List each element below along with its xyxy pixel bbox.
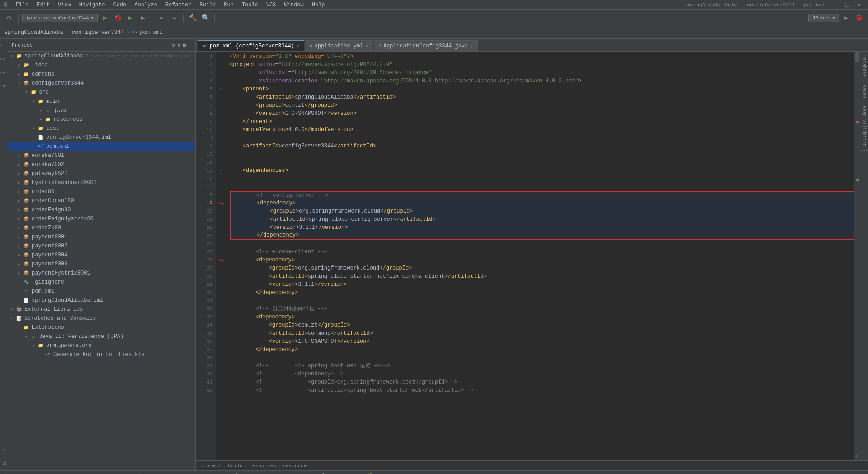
profile-button[interactable]: ▶ xyxy=(137,13,148,24)
menu-build[interactable]: Build xyxy=(196,1,219,9)
sidebar-item-hystrix[interactable]: ▸ 📦 hystrixDashboard9001 xyxy=(8,178,195,187)
run-button[interactable]: ▶ xyxy=(99,13,110,24)
sidebar-item-gateway[interactable]: ▸ 📦 gateway9527 xyxy=(8,169,195,178)
sidebar-item-orderconsul[interactable]: ▸ 📦 orderConsul80 xyxy=(8,196,195,205)
sidebar-item-orderfeign[interactable]: ▸ 📦 orderFeign80 xyxy=(8,205,195,214)
left-icon-project[interactable]: Pro xyxy=(0,39,8,52)
tab-pom-close[interactable]: ✕ xyxy=(297,43,299,49)
left-icon-structure[interactable]: Str xyxy=(0,66,8,80)
breadcrumb-module[interactable]: configServer3344 xyxy=(72,29,124,36)
sidebar-label-payment8001: payment8001 xyxy=(32,234,67,240)
left-icon-jrebel[interactable]: J xyxy=(0,443,8,457)
menu-help[interactable]: Help xyxy=(308,1,329,9)
sidebar-item-commons[interactable]: ▸ 📁 commons xyxy=(8,70,195,79)
tab-application[interactable]: ⚙ application.yml ✕ xyxy=(305,40,373,51)
code-editor[interactable]: 1 2 3 4 5 6 7 8 9 10 11 12 13 14 15 16 1… xyxy=(196,52,868,460)
sidebar-item-root-iml[interactable]: ▸ 📄 springCloudAlibaba.iml xyxy=(8,296,195,305)
right-panel-database[interactable]: Database xyxy=(860,52,868,81)
sidebar-item-iml[interactable]: ▸ 📄 configServer3344.iml xyxy=(8,133,195,142)
sidebar-collapse-icon[interactable]: — xyxy=(189,42,192,48)
tab-pom[interactable]: m/ pom.xml (configServer3344) ✕ xyxy=(198,40,304,51)
sidebar-item-paymenthystrix[interactable]: ▸ 📦 paymentHystrix8001 xyxy=(8,269,195,278)
sidebar-item-payment8004[interactable]: ▸ 📦 payment8004 xyxy=(8,251,195,260)
coverage-button[interactable]: ▶ xyxy=(125,13,136,24)
sidebar-item-idea[interactable]: ▸ 📂 .idea xyxy=(8,61,195,70)
sidebar-item-gitignore[interactable]: ▸ 🔧 .gitignore xyxy=(8,278,195,287)
sidebar-item-kotlinentities[interactable]: ▸ Kt Generate Kotlin Entities.kts xyxy=(8,350,195,359)
close-button[interactable]: ✕ xyxy=(854,0,864,10)
sidebar-item-ormgenerators[interactable]: ▾ 📁 orm.generators xyxy=(8,341,195,350)
sidebar-item-eureka7002[interactable]: ▸ 📦 eureka7002 xyxy=(8,160,195,169)
path-build[interactable]: build xyxy=(228,463,243,469)
breakpoint-26[interactable]: ● ▶ xyxy=(216,256,225,264)
maximize-button[interactable]: □ xyxy=(842,0,853,10)
build-icon[interactable]: 🔨 xyxy=(187,13,198,24)
tab-application-close[interactable]: ✕ xyxy=(366,43,368,49)
sidebar-item-payment8002[interactable]: ▸ 📦 payment8002 xyxy=(8,242,195,251)
sidebar-item-payment8001[interactable]: ▸ 📦 payment8001 xyxy=(8,232,195,242)
menu-run[interactable]: Run xyxy=(220,1,237,9)
sidebar-item-resources[interactable]: ▸ 📁 resources xyxy=(8,115,195,124)
sidebar-item-order80[interactable]: ▸ 📦 order80 xyxy=(8,187,195,196)
settings-icon[interactable]: ⚙ xyxy=(4,13,14,24)
tab-appconfig[interactable]: J ApplicationConfig3344.java ✕ xyxy=(374,40,478,51)
sidebar-gear-icon[interactable]: ⚙ xyxy=(172,42,175,48)
scrollbar-right[interactable]: ✓ xyxy=(854,52,860,460)
sidebar-item-pomxml[interactable]: ▸ m/ pom.xml xyxy=(8,142,195,151)
right-panel-beanvalidation[interactable]: Bean Validation xyxy=(860,102,868,151)
menu-edit[interactable]: Edit xyxy=(33,1,53,9)
menu-refactor[interactable]: Refactor xyxy=(162,1,195,9)
fold-marker-5[interactable] xyxy=(216,52,225,61)
redo-button[interactable]: ↪ xyxy=(169,13,179,24)
sidebar-item-configserver[interactable]: ▾ 📦 configServer3344 xyxy=(8,79,195,88)
fold-marker-collapse-5[interactable]: ▾ xyxy=(216,85,225,93)
sidebar-item-orderzk[interactable]: ▸ 📦 orderZk80 xyxy=(8,223,195,232)
sidebar-item-rootpom[interactable]: ▸ m/ pom.xml xyxy=(8,287,195,296)
breadcrumb-project[interactable]: springCloudAlibaba xyxy=(5,29,63,36)
sidebar-item-scratches[interactable]: ▾ 📝 Scratches and Consoles xyxy=(8,314,195,323)
menu-vcs[interactable]: VCS xyxy=(263,1,280,9)
sidebar-item-extensions[interactable]: ▾ 📁 Extensions xyxy=(8,323,195,332)
breadcrumb-file[interactable]: m/ pom.xml xyxy=(132,29,162,36)
sidebar-item-java[interactable]: ▸ ☕ java xyxy=(8,106,195,115)
tree-arrow-configserver: ▾ xyxy=(15,81,23,86)
menu-analyze[interactable]: Analyze xyxy=(131,1,160,9)
breakpoint-19[interactable]: ● ▶ xyxy=(216,199,225,207)
jrebel-debug-button[interactable]: 🐞 xyxy=(854,13,864,24)
fold-marker-15[interactable]: ▾ xyxy=(216,166,225,175)
left-icon-favorites[interactable]: Fav xyxy=(0,80,8,93)
search-everywhere-icon[interactable]: 🔍 xyxy=(200,13,211,24)
menu-navigate[interactable]: Navigate xyxy=(75,1,109,9)
sidebar-item-src[interactable]: ▾ 📁 src xyxy=(8,88,195,97)
sidebar-item-extlibs[interactable]: ▸ 📚 External Libraries xyxy=(8,305,195,314)
path-resources[interactable]: resources xyxy=(249,463,276,469)
menu-view[interactable]: View xyxy=(54,1,75,9)
sidebar-item-payment8006[interactable]: ▸ 📦 payment8006 xyxy=(8,260,195,269)
undo-button[interactable]: ↩ xyxy=(156,13,167,24)
scrollbar-thumb[interactable] xyxy=(855,52,859,62)
menu-file[interactable]: File xyxy=(12,1,32,9)
sidebar-item-orderfeignhystrix[interactable]: ▸ 📦 orderFeignHystrix80 xyxy=(8,214,195,223)
jrebel-run-button[interactable]: ▶ xyxy=(841,13,852,24)
tab-appconfig-close[interactable]: ✕ xyxy=(470,43,473,49)
left-icon-web[interactable]: W xyxy=(0,457,8,470)
menu-code[interactable]: Code xyxy=(109,1,130,9)
debug-button[interactable]: 🐞 xyxy=(112,13,123,24)
sidebar-item-main[interactable]: ▾ 📁 main xyxy=(8,97,195,106)
jrebel-dropdown[interactable]: JRebel ▾ xyxy=(808,14,839,22)
left-icon-commit[interactable]: Com xyxy=(0,52,8,66)
project-config-dropdown[interactable]: ApplicationConfig3344 ▾ xyxy=(22,14,98,22)
sidebar-item-test[interactable]: ▸ 📁 test xyxy=(8,124,195,133)
right-panel-maven[interactable]: Maven xyxy=(860,81,868,102)
path-project[interactable]: project xyxy=(200,463,221,469)
sidebar-sync-icon[interactable]: ↻ xyxy=(177,42,180,48)
menu-window[interactable]: Window xyxy=(281,1,307,9)
minimize-button[interactable]: ─ xyxy=(830,0,841,10)
sidebar-item-eureka7001[interactable]: ▸ 📦 eureka7001 xyxy=(8,151,195,160)
sidebar-item-jpa[interactable]: ▾ ☕ Java EE: Persistence (JPA) xyxy=(8,332,195,341)
menu-tools[interactable]: Tools xyxy=(238,1,262,9)
code-content[interactable]: <?xml version="1.0" encoding="UTF-8"?> <… xyxy=(225,52,854,460)
sidebar-expand-icon[interactable]: ⊞ xyxy=(183,42,186,48)
path-resource[interactable]: resource xyxy=(283,463,307,469)
sidebar-item-root[interactable]: ▾ 📁 springCloudAlibaba D:\workspace\spri… xyxy=(8,52,195,61)
